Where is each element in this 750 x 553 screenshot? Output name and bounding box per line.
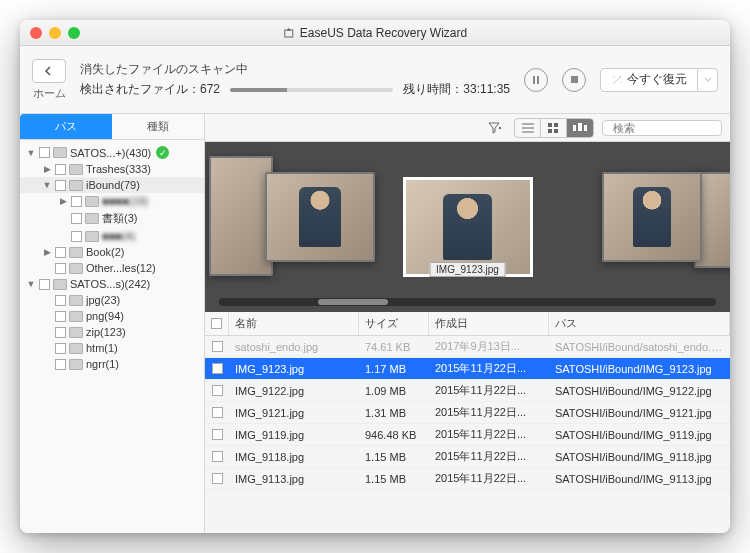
back-button[interactable] <box>32 59 66 83</box>
disclosure-triangle[interactable]: ▶ <box>42 247 52 257</box>
list-icon <box>522 123 534 133</box>
tree-checkbox[interactable] <box>55 180 66 191</box>
search-input[interactable] <box>613 122 730 134</box>
col-path[interactable]: パス <box>549 312 730 335</box>
minimize-window-button[interactable] <box>49 27 61 39</box>
coverflow-item[interactable] <box>602 172 702 262</box>
cell-name: IMG_9113.jpg <box>229 473 359 485</box>
coverflow-current[interactable]: IMG_9123.jpg <box>403 177 533 277</box>
tree-node[interactable]: ▼SATOS...s)(242) <box>20 276 204 292</box>
tree-label: ngrr(1) <box>86 358 119 370</box>
tree-node[interactable]: zip(123) <box>20 324 204 340</box>
coverflow-preview[interactable]: IMG_9123.jpg <box>205 142 730 312</box>
scrollbar-thumb[interactable] <box>318 299 388 305</box>
tree-node[interactable]: ngrr(1) <box>20 356 204 372</box>
folder-icon <box>69 247 83 258</box>
tree-node[interactable]: ▼SATOS...+)(430)✓ <box>20 144 204 161</box>
row-checkbox[interactable] <box>212 451 223 462</box>
col-name[interactable]: 名前 <box>229 312 359 335</box>
cell-size: 74.61 KB <box>359 341 429 353</box>
stop-button[interactable] <box>562 68 586 92</box>
tab-path[interactable]: パス <box>20 114 112 139</box>
disclosure-triangle[interactable]: ▶ <box>42 164 52 174</box>
col-date[interactable]: 作成日 <box>429 312 549 335</box>
tree-checkbox[interactable] <box>55 343 66 354</box>
cell-path: SATOSHI/iBound/satoshi_endo.jpg <box>549 341 730 353</box>
select-all-checkbox[interactable] <box>211 318 222 329</box>
row-checkbox[interactable] <box>212 363 223 374</box>
coverflow-scrollbar[interactable] <box>219 298 716 306</box>
tree-checkbox[interactable] <box>71 213 82 224</box>
table-row[interactable]: IMG_9113.jpg1.15 MB2015年11月22日...SATOSHI… <box>205 468 730 490</box>
tree-node[interactable]: htm(1) <box>20 340 204 356</box>
pause-button[interactable] <box>524 68 548 92</box>
coverflow-item[interactable] <box>209 156 273 276</box>
close-window-button[interactable] <box>30 27 42 39</box>
cell-path: SATOSHI/iBound/IMG_9123.jpg <box>549 363 730 375</box>
cell-date: 2017年9月13日... <box>429 339 549 354</box>
tree-node[interactable]: Other...les(12) <box>20 260 204 276</box>
disclosure-triangle[interactable]: ▼ <box>26 279 36 289</box>
coverflow-item[interactable] <box>265 172 375 262</box>
file-table-body[interactable]: satoshi_endo.jpg74.61 KB2017年9月13日...SAT… <box>205 336 730 533</box>
tree-label: Trashes(333) <box>86 163 151 175</box>
row-checkbox[interactable] <box>212 407 223 418</box>
row-checkbox[interactable] <box>212 473 223 484</box>
tree-node[interactable]: ▼iBound(79) <box>20 177 204 193</box>
svg-rect-9 <box>554 129 558 133</box>
col-size[interactable]: サイズ <box>359 312 429 335</box>
tree-node[interactable]: jpg(23) <box>20 292 204 308</box>
tree-checkbox[interactable] <box>39 147 50 158</box>
tree-checkbox[interactable] <box>55 311 66 322</box>
cell-path: SATOSHI/iBound/IMG_9118.jpg <box>549 451 730 463</box>
cell-date: 2015年11月22日... <box>429 361 549 376</box>
filter-button[interactable] <box>484 119 506 137</box>
table-row[interactable]: IMG_9121.jpg1.31 MB2015年11月22日...SATOSHI… <box>205 402 730 424</box>
tree-checkbox[interactable] <box>55 327 66 338</box>
tree-checkbox[interactable] <box>55 359 66 370</box>
tree-label: Book(2) <box>86 246 125 258</box>
row-checkbox[interactable] <box>212 341 223 352</box>
svg-rect-1 <box>533 76 535 84</box>
table-row[interactable]: IMG_9118.jpg1.15 MB2015年11月22日...SATOSHI… <box>205 446 730 468</box>
row-checkbox[interactable] <box>212 429 223 440</box>
tree-node[interactable]: ▶■■■■(19) <box>20 193 204 209</box>
tree-checkbox[interactable] <box>55 164 66 175</box>
tree-checkbox[interactable] <box>55 295 66 306</box>
view-list-button[interactable] <box>515 119 541 137</box>
tree-checkbox[interactable] <box>55 263 66 274</box>
disclosure-triangle[interactable]: ▼ <box>42 180 52 190</box>
tree-label: png(94) <box>86 310 124 322</box>
folder-tree[interactable]: ▼SATOS...+)(430)✓▶Trashes(333)▼iBound(79… <box>20 140 204 533</box>
tree-checkbox[interactable] <box>71 231 82 242</box>
recover-button[interactable]: 今すぐ復元 <box>600 68 698 92</box>
tree-node[interactable]: ▶Book(2) <box>20 244 204 260</box>
tab-kind[interactable]: 種類 <box>112 114 204 139</box>
recover-dropdown[interactable] <box>698 68 718 92</box>
search-field[interactable] <box>602 120 722 136</box>
view-grid-button[interactable] <box>541 119 567 137</box>
folder-icon <box>69 327 83 338</box>
table-row[interactable]: satoshi_endo.jpg74.61 KB2017年9月13日...SAT… <box>205 336 730 358</box>
tree-node[interactable]: ■■■(4) <box>20 228 204 244</box>
tree-checkbox[interactable] <box>55 247 66 258</box>
tree-checkbox[interactable] <box>39 279 50 290</box>
tree-node[interactable]: 書類(3) <box>20 209 204 228</box>
disclosure-triangle[interactable]: ▶ <box>58 196 68 206</box>
tree-node[interactable]: ▶Trashes(333) <box>20 161 204 177</box>
tree-node[interactable]: png(94) <box>20 308 204 324</box>
table-row[interactable]: IMG_9119.jpg946.48 KB2015年11月22日...SATOS… <box>205 424 730 446</box>
disclosure-triangle[interactable]: ▼ <box>26 148 36 158</box>
table-row[interactable]: IMG_9123.jpg1.17 MB2015年11月22日...SATOSHI… <box>205 358 730 380</box>
folder-icon <box>69 311 83 322</box>
table-row[interactable]: IMG_9122.jpg1.09 MB2015年11月22日...SATOSHI… <box>205 380 730 402</box>
zoom-window-button[interactable] <box>68 27 80 39</box>
tree-checkbox[interactable] <box>71 196 82 207</box>
funnel-icon <box>488 122 502 134</box>
svg-rect-2 <box>537 76 539 84</box>
time-remaining: 残り時間：33:11:35 <box>403 81 510 98</box>
row-checkbox[interactable] <box>212 385 223 396</box>
view-coverflow-button[interactable] <box>567 119 593 137</box>
folder-icon <box>69 295 83 306</box>
tree-label: SATOS...+)(430) <box>70 147 151 159</box>
